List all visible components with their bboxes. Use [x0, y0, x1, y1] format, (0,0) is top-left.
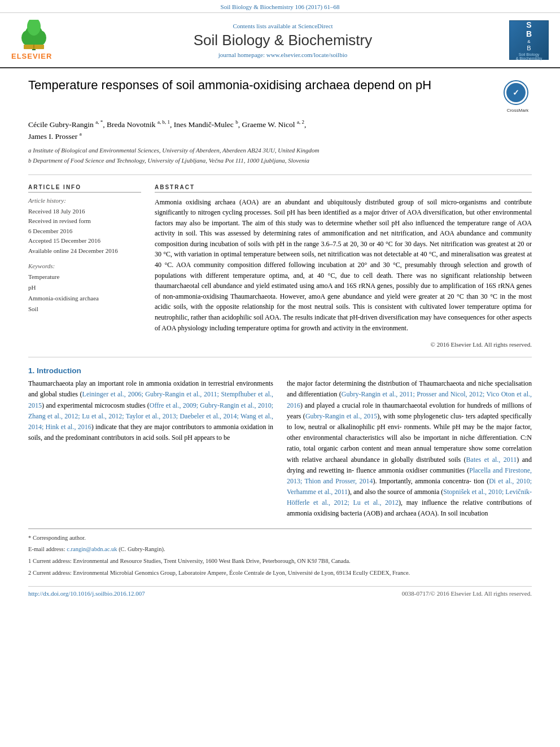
revised-date: 6 December 2016	[28, 226, 141, 237]
article-info-title: ARTICLE INFO	[28, 184, 141, 193]
intro-paragraph-left: Thaumarchaeota play an important role in…	[28, 378, 273, 443]
ref-gubry2015[interactable]: Gubry-Rangin et al., 2015	[305, 412, 377, 420]
intro-col-right: the major factor determining the distrib…	[287, 378, 532, 519]
history-label: Article history:	[28, 197, 141, 204]
elsevier-logo-area: ELSEVIER	[11, 20, 62, 60]
article-title-section: Temperature responses of soil ammonia-ox…	[28, 77, 532, 113]
bottom-links-bar: http://dx.doi.org/10.1016/j.soilbio.2016…	[28, 586, 532, 597]
keywords-label: Keywords:	[28, 263, 141, 269]
keyword-temperature: Temperature	[28, 272, 141, 282]
email-note: E-mail address: c.rangin@abdn.ac.uk (C. …	[28, 545, 532, 554]
journal-title: Soil Biology & Biochemistry	[62, 32, 504, 49]
issn-copyright: 0038-0717/© 2016 Elsevier Ltd. All right…	[402, 590, 532, 597]
abstract-text: Ammonia oxidising archaea (AOA) are an a…	[155, 197, 532, 334]
abstract-title: ABSTRACT	[155, 184, 532, 193]
logo-sb: SB	[526, 20, 532, 38]
author3: Ines Mandič-Mulec	[174, 120, 234, 129]
main-content: Temperature responses of soil ammonia-ox…	[0, 68, 560, 608]
author5: James I. Prosser	[28, 132, 77, 140]
homepage-line: journal homepage: www.elsevier.com/locat…	[62, 51, 504, 58]
author1: Cécile Gubry-Rangin	[28, 120, 94, 129]
journal-reference-bar: Soil Biology & Biochemistry 106 (2017) 6…	[0, 0, 560, 13]
article-title: Temperature responses of soil ammonia-ox…	[28, 77, 498, 94]
crossmark-label: CrossMark	[504, 108, 532, 113]
crossmark-icon: ✓	[504, 80, 529, 106]
logo-bb: B	[527, 45, 531, 51]
article-info-column: ARTICLE INFO Article history: Received 1…	[28, 184, 141, 348]
svg-text:✓: ✓	[513, 88, 519, 97]
journal-ref-text: Soil Biology & Biochemistry 106 (2017) 6…	[221, 3, 340, 10]
ref-offre[interactable]: Offre et al., 2009; Gubry-Rangin et al.,…	[28, 401, 273, 431]
elsevier-tree-icon	[11, 20, 56, 51]
keyword-soil: Soil	[28, 304, 141, 314]
introduction-columns: Thaumarchaeota play an important role in…	[28, 378, 532, 519]
article-info-abstract-section: ARTICLE INFO Article history: Received 1…	[28, 184, 532, 348]
ref-gubry[interactable]: Gubry-Rangin et al., 2011; Prosser and N…	[287, 390, 532, 409]
abstract-column: ABSTRACT Ammonia oxidising archaea (AOA)…	[155, 184, 532, 348]
fn2-note: 2 Current address: Environmental Microbi…	[28, 569, 532, 578]
sciencedirect-link[interactable]: ScienceDirect	[298, 23, 333, 29]
keywords-section: Keywords: Temperature pH Ammonia-oxidisi…	[28, 263, 141, 314]
section-heading: 1. Introduction	[28, 366, 532, 375]
footnotes-area: * Corresponding author. E-mail address: …	[28, 528, 532, 578]
authors-line: Cécile Gubry-Rangin a, *, Breda Novotnik…	[28, 119, 532, 142]
received-revised-label: Received in revised form	[28, 216, 141, 226]
author2: Breda Novotnik	[107, 120, 156, 129]
received-date: Received 18 July 2016	[28, 207, 141, 217]
keyword-aoa: Ammonia-oxidising archaea	[28, 293, 141, 304]
intro-paragraph-right: the major factor determining the distrib…	[287, 378, 532, 519]
journal-center-info: Contents lists available at ScienceDirec…	[62, 23, 504, 58]
section-divider-1	[28, 174, 532, 175]
doi-link[interactable]: http://dx.doi.org/10.1016/j.soilbio.2016…	[28, 590, 145, 597]
author4: Graeme W. Nicol	[242, 120, 295, 129]
homepage-url[interactable]: www.elsevier.com/locate/soilbio	[266, 51, 347, 58]
journal-logo-area: SB & B Soil Biology& Biochemistry	[504, 20, 549, 60]
elsevier-text: ELSEVIER	[11, 52, 52, 60]
email-link[interactable]: c.rangin@abdn.ac.uk	[67, 546, 117, 552]
journal-header: ELSEVIER Contents lists available at Sci…	[0, 13, 560, 68]
available-date: Available online 24 December 2016	[28, 246, 141, 256]
intro-col-left: Thaumarchaeota play an important role in…	[28, 378, 273, 519]
contents-available-line: Contents lists available at ScienceDirec…	[62, 23, 504, 29]
crossmark-area: ✓ CrossMark	[504, 80, 532, 113]
affiliations-section: a Institute of Biological and Environmen…	[28, 146, 532, 165]
affiliation-b: b Department of Food Science and Technol…	[28, 156, 532, 165]
keyword-ph: pH	[28, 282, 141, 293]
journal-logo-box: SB & B Soil Biology& Biochemistry	[509, 20, 549, 60]
abstract-copyright: © 2016 Elsevier Ltd. All rights reserved…	[155, 338, 532, 348]
introduction-section: 1. Introduction Thaumarchaeota play an i…	[28, 366, 532, 519]
ref-bates[interactable]: Bates et al., 2011	[466, 456, 517, 464]
corresponding-author-note: * Corresponding author.	[28, 534, 532, 543]
accepted-date: Accepted 15 December 2016	[28, 236, 141, 246]
section-divider-2	[28, 357, 532, 357]
affiliation-a: a Institute of Biological and Environmen…	[28, 146, 532, 155]
fn1-note: 1 Current address: Environmental and Res…	[28, 557, 532, 566]
